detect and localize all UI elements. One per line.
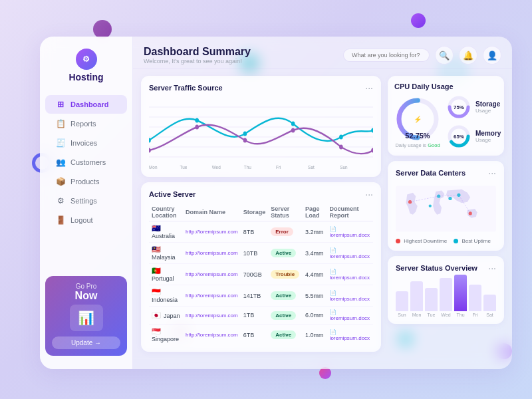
storage-memory: 75% Storage Usage — [446, 94, 501, 149]
bar-item-sat: Sat — [483, 295, 496, 317]
sidebar-item-reports[interactable]: 📋Reports — [45, 114, 127, 133]
server-status-title: Server Status Overview — [396, 264, 477, 272]
memory-pct: 65% — [454, 134, 464, 140]
bar-item-mon: Mon — [410, 281, 423, 317]
bar-item-sun: Sun — [396, 291, 408, 317]
legend-downtime: Highest Downtime — [396, 238, 447, 244]
active-server-more[interactable]: ··· — [365, 189, 373, 200]
traffic-chart-header: Server Traffic Source ··· — [149, 82, 373, 93]
server-status-card: Server Status Overview ··· Sun Mon Tue W… — [388, 256, 504, 324]
svg-text:Mon: Mon — [149, 164, 157, 170]
traffic-chart-container: Mon Tue Wed Thu Fri Sat Sun — [149, 97, 373, 170]
data-centers-card: Server Data Centers ··· — [388, 161, 504, 251]
map-svg — [396, 182, 496, 235]
legend-uptime: Best Uptime — [454, 238, 491, 244]
bar-item-thu: Thu — [454, 275, 467, 317]
svg-point-13 — [195, 125, 199, 130]
storage-sublabel: Usage — [475, 108, 500, 114]
bar-wed — [440, 278, 452, 311]
sidebar-item-logout[interactable]: 🚪Logout — [45, 211, 127, 229]
sidebar-item-invoices[interactable]: 🧾Invoices — [45, 134, 127, 152]
memory-item: 65% Memory Usage — [446, 124, 501, 149]
svg-text:Wed: Wed — [212, 164, 221, 170]
notification-icon[interactable]: 🔔 — [459, 46, 477, 65]
svg-point-15 — [291, 128, 295, 133]
go-pro-image — [70, 305, 103, 331]
downtime-dot — [396, 239, 400, 243]
header-search: 🔍 🔔 👤 — [343, 46, 501, 65]
svg-point-37 — [448, 197, 452, 200]
header-title-section: Dashboard Summary Welcome, It's great to… — [144, 46, 343, 65]
go-pro-now: Now — [52, 290, 120, 302]
sidebar-nav: ⊞Dashboard📋Reports🧾Invoices👥Customers📦Pr… — [40, 94, 132, 271]
active-server-card: Active Server ··· Country Location Domai… — [141, 182, 381, 352]
active-server-title: Active Server — [149, 190, 196, 198]
logout-icon: 🚪 — [56, 215, 65, 225]
memory-sublabel: Usage — [475, 137, 501, 143]
sidebar-item-dashboard[interactable]: ⊞Dashboard — [45, 95, 127, 114]
deco-blob-1 — [93, 20, 112, 39]
right-panel: CPU Daily Usage — [388, 76, 504, 362]
storage-label: Storage — [475, 100, 500, 108]
memory-label: Memory — [475, 130, 501, 137]
main-container: ⚙ Hosting ⊞Dashboard📋Reports🧾Invoices👥Cu… — [40, 37, 512, 369]
table-row: 🇦🇺Australia http://loremipsum.com 8TB Er… — [149, 221, 373, 243]
search-icon[interactable]: 🔍 — [435, 46, 454, 65]
col-domain: Domain Name — [183, 203, 241, 221]
user-icon[interactable]: 👤 — [483, 46, 501, 65]
svg-point-14 — [243, 138, 247, 143]
dashboard-icon: ⊞ — [56, 100, 65, 109]
map-container — [396, 182, 496, 235]
col-storage: Storage — [241, 203, 269, 221]
sidebar-title: Hosting — [68, 72, 103, 82]
col-status: Server Status — [268, 203, 303, 221]
go-pro-card: Go Pro Now Update → — [45, 276, 127, 356]
map-legend: Highest Downtime Best Uptime — [396, 238, 496, 244]
left-panel: Server Traffic Source ··· — [141, 76, 381, 362]
svg-point-12 — [149, 148, 151, 153]
customers-icon: 👥 — [56, 158, 65, 167]
svg-text:⚡: ⚡ — [414, 115, 422, 124]
traffic-chart-title: Server Traffic Source — [149, 84, 223, 92]
svg-text:Tue: Tue — [180, 164, 188, 170]
col-pageload: Page Load — [303, 203, 327, 221]
deco-blob-2 — [411, 13, 426, 28]
data-centers-more[interactable]: ··· — [488, 168, 496, 178]
bar-item-fri: Fri — [469, 285, 481, 317]
svg-point-8 — [243, 132, 247, 136]
col-doc: Document Report — [327, 203, 373, 221]
page-title: Dashboard Summary — [144, 46, 343, 58]
storage-donut: 75% — [446, 94, 471, 120]
content-body: Server Traffic Source ··· — [133, 69, 512, 369]
svg-point-10 — [339, 135, 343, 140]
page-subtitle: Welcome, It's great to see you again! — [144, 58, 343, 65]
sidebar-item-products[interactable]: 📦Products — [45, 172, 127, 191]
data-centers-header: Server Data Centers ··· — [396, 168, 496, 178]
data-centers-title: Server Data Centers — [396, 169, 466, 177]
gauge-container: ⚡ 52.75% — [394, 96, 441, 142]
cpu-title: CPU Daily Usage — [394, 82, 454, 90]
svg-text:Thu: Thu — [244, 164, 251, 170]
cpu-card: CPU Daily Usage — [388, 76, 504, 156]
reports-icon: 📋 — [56, 119, 65, 128]
table-row: 🇵🇹Portugal http://loremipsum.com 700GB T… — [149, 264, 373, 285]
sidebar-logo: ⚙ Hosting — [40, 49, 132, 82]
sidebar-item-settings[interactable]: ⚙Settings — [45, 192, 127, 210]
sidebar: ⚙ Hosting ⊞Dashboard📋Reports🧾Invoices👥Cu… — [40, 37, 133, 369]
bar-thu — [454, 275, 467, 311]
bar-item-tue: Tue — [425, 288, 438, 317]
bar-chart-container: Sun Mon Tue Wed Thu Fri Sat — [396, 277, 496, 317]
update-button[interactable]: Update → — [52, 336, 120, 349]
server-status-more[interactable]: ··· — [488, 263, 496, 273]
search-input[interactable] — [343, 49, 430, 62]
cpu-daily-label: Daily usage is Good — [395, 142, 440, 148]
bar-mon — [410, 281, 423, 311]
server-status-header: Server Status Overview ··· — [396, 263, 496, 273]
sidebar-item-customers[interactable]: 👥Customers — [45, 153, 127, 172]
cpu-percentage: 52.75% — [405, 132, 430, 140]
traffic-chart-more[interactable]: ··· — [365, 82, 373, 93]
bar-sat — [483, 295, 496, 311]
uptime-dot — [454, 239, 458, 243]
go-pro-label: Go Pro — [52, 283, 120, 290]
active-server-header: Active Server ··· — [149, 189, 373, 200]
